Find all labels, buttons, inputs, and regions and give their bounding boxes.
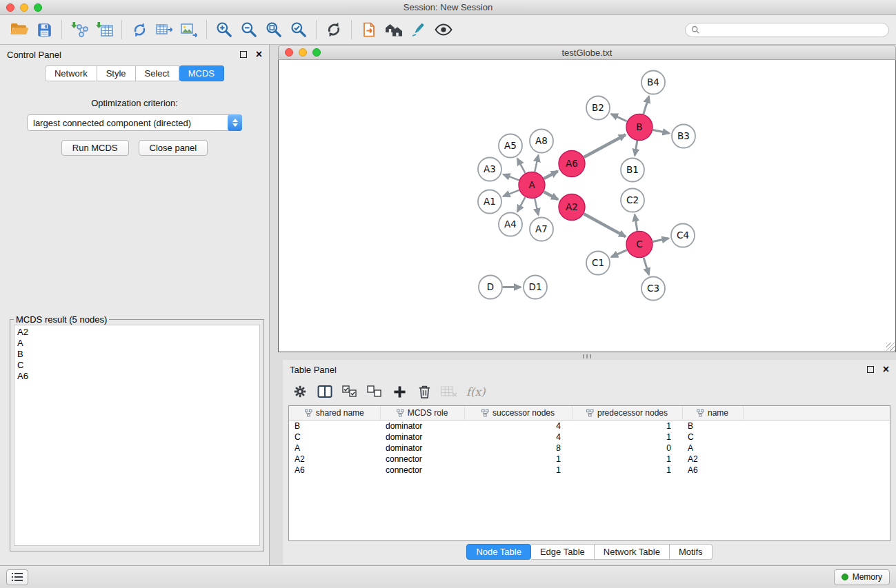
search-input[interactable]: [703, 24, 883, 35]
table-row[interactable]: A2connector11A2: [289, 454, 890, 465]
graph-node-A3[interactable]: A3: [478, 158, 501, 181]
float-table-panel-icon[interactable]: [867, 366, 874, 373]
graph-edge-A-A8[interactable]: [535, 155, 538, 172]
graph-edge-A-A3[interactable]: [504, 174, 519, 181]
mcds-result-item[interactable]: C: [17, 360, 257, 371]
show-hide-button[interactable]: [431, 18, 456, 41]
tab-network-table[interactable]: Network Table: [595, 544, 670, 560]
table-cell[interactable]: 1: [464, 465, 572, 476]
minimize-network-window-button[interactable]: [299, 48, 307, 57]
table-cell[interactable]: 1: [572, 465, 682, 476]
tab-select[interactable]: Select: [136, 65, 179, 81]
table-cell[interactable]: connector: [380, 465, 464, 476]
mcds-result-item[interactable]: B: [17, 349, 257, 360]
graph-node-A1[interactable]: A1: [478, 190, 501, 214]
graph-edge-A2-C[interactable]: [584, 214, 626, 236]
graph-edge-C-C2[interactable]: [635, 214, 637, 231]
table-cell[interactable]: B: [682, 420, 743, 432]
graph-node-A8[interactable]: A8: [530, 130, 553, 153]
table-cell[interactable]: 1: [572, 420, 682, 432]
zoom-network-window-button[interactable]: [312, 48, 321, 57]
table-cell[interactable]: 8: [464, 443, 572, 454]
function-builder-button[interactable]: f(x): [466, 385, 485, 398]
graph-node-A2[interactable]: A2: [559, 194, 585, 221]
network-window-titlebar[interactable]: testGlobe.txt: [278, 45, 896, 60]
column-header-shared-name[interactable]: shared name: [289, 406, 380, 420]
graph-node-D[interactable]: D: [479, 276, 502, 299]
export-image-button[interactable]: [177, 18, 201, 41]
graph-edge-A-A6[interactable]: [544, 171, 558, 179]
close-panel-icon[interactable]: ×: [256, 49, 262, 60]
minimize-window-button[interactable]: [20, 3, 28, 12]
graph-edge-A-A5[interactable]: [517, 159, 525, 173]
graph-node-C3[interactable]: C3: [641, 277, 665, 301]
table-cell[interactable]: 1: [464, 454, 572, 465]
zoom-selected-button[interactable]: [286, 18, 311, 41]
graph-node-A[interactable]: A: [519, 172, 545, 199]
deselect-all-button[interactable]: [364, 382, 385, 401]
network-graph[interactable]: AA1A2A3A4A5A6A7A8BB1B2B3B4CC1C2C3C4DD1: [279, 60, 895, 352]
table-cell[interactable]: 1: [572, 432, 682, 443]
mcds-result-item[interactable]: A: [17, 338, 257, 349]
save-session-button[interactable]: [32, 18, 57, 41]
graph-node-A7[interactable]: A7: [530, 218, 553, 241]
graph-node-B2[interactable]: B2: [586, 97, 610, 120]
show-panels-button[interactable]: [6, 569, 28, 585]
table-row[interactable]: Adominator80A: [289, 443, 890, 454]
select-all-button[interactable]: [339, 382, 360, 401]
show-column-button[interactable]: [315, 382, 335, 401]
tab-mcds[interactable]: MCDS: [179, 65, 224, 81]
mcds-result-item[interactable]: A6: [17, 371, 257, 382]
graph-node-A6[interactable]: A6: [559, 151, 585, 177]
column-header-name[interactable]: name: [682, 406, 743, 420]
tab-node-table[interactable]: Node Table: [466, 544, 531, 560]
import-network-button[interactable]: [67, 18, 92, 41]
float-panel-icon[interactable]: [240, 51, 247, 58]
table-cell[interactable]: A6: [682, 465, 743, 476]
table-cell[interactable]: 1: [572, 454, 682, 465]
add-row-button[interactable]: [389, 382, 410, 401]
graph-edge-C-C4[interactable]: [653, 239, 669, 242]
graph-edge-B-B2[interactable]: [611, 114, 627, 121]
run-mcds-button[interactable]: Run MCDS: [61, 140, 129, 156]
graph-edge-A-A4[interactable]: [517, 197, 525, 212]
apply-to-all-button[interactable]: [439, 382, 459, 401]
table-cell[interactable]: A: [289, 443, 380, 454]
table-cell[interactable]: A6: [289, 465, 380, 476]
graph-node-B4[interactable]: B4: [641, 71, 665, 94]
refresh-layout-button[interactable]: [321, 18, 346, 41]
table-cell[interactable]: dominator: [380, 420, 464, 432]
zoom-out-button[interactable]: [237, 18, 261, 41]
table-cell[interactable]: connector: [380, 454, 464, 465]
graph-node-B[interactable]: B: [626, 114, 653, 141]
table-cell[interactable]: B: [289, 420, 380, 432]
graph-node-C4[interactable]: C4: [671, 224, 695, 247]
table-cell[interactable]: dominator: [380, 432, 464, 443]
table-cell[interactable]: A2: [289, 454, 380, 465]
close-panel-button[interactable]: Close panel: [139, 140, 208, 156]
resize-grip-icon[interactable]: [886, 343, 895, 351]
open-session-button[interactable]: [7, 18, 32, 41]
close-network-window-button[interactable]: [285, 48, 293, 57]
home-view-button[interactable]: [381, 18, 406, 41]
column-header-predecessor-nodes[interactable]: predecessor nodes: [572, 406, 682, 420]
table-cell[interactable]: C: [289, 432, 380, 443]
table-cell[interactable]: 4: [464, 420, 572, 432]
new-network-button[interactable]: [127, 18, 152, 41]
graph-edge-A6-B[interactable]: [584, 134, 626, 157]
graph-node-B3[interactable]: B3: [672, 125, 695, 148]
import-table-button[interactable]: [92, 18, 117, 41]
network-canvas[interactable]: AA1A2A3A4A5A6A7A8BB1B2B3B4CC1C2C3C4DD1: [278, 60, 896, 352]
table-cell[interactable]: 0: [572, 443, 682, 454]
export-document-button[interactable]: [357, 18, 381, 41]
graph-node-A5[interactable]: A5: [499, 134, 522, 158]
graph-node-C1[interactable]: C1: [586, 252, 610, 275]
graph-edge-C-C1[interactable]: [611, 250, 627, 257]
annotation-button[interactable]: [406, 18, 431, 41]
graph-node-B1[interactable]: B1: [621, 159, 644, 182]
table-cell[interactable]: dominator: [380, 443, 464, 454]
search-field[interactable]: [685, 23, 889, 37]
graph-node-C2[interactable]: C2: [621, 189, 644, 212]
graph-node-C[interactable]: C: [626, 232, 653, 258]
table-cell[interactable]: C: [682, 432, 743, 443]
